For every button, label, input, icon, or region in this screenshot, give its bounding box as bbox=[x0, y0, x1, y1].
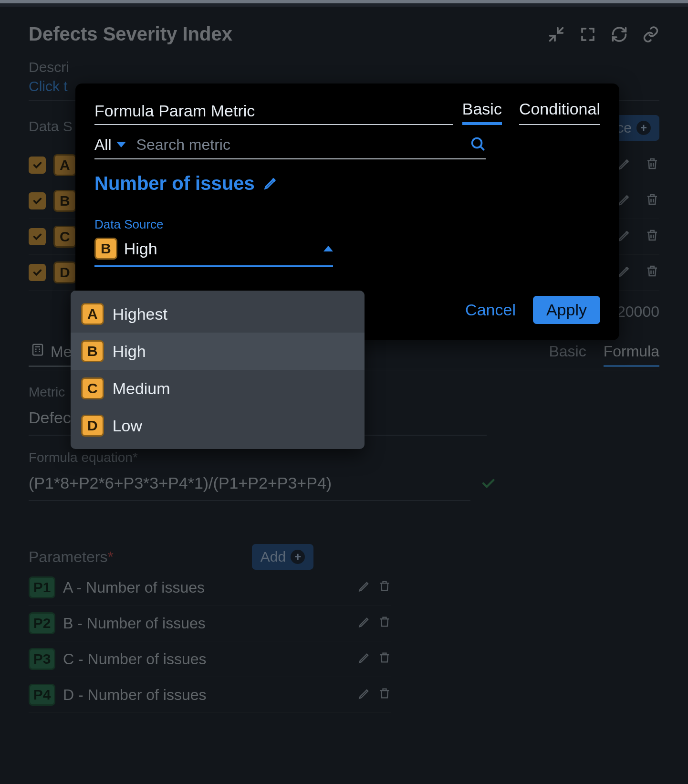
option-badge: D bbox=[81, 415, 104, 437]
tab-metrics-label: Me bbox=[51, 343, 72, 361]
trash-icon[interactable] bbox=[645, 192, 659, 210]
source-letter-badge: D bbox=[53, 261, 76, 283]
add-parameter-label: Add bbox=[261, 549, 286, 565]
title-actions bbox=[548, 26, 659, 43]
link-icon[interactable] bbox=[642, 26, 659, 43]
edit-icon[interactable] bbox=[358, 687, 371, 703]
option-label: Highest bbox=[113, 305, 167, 324]
data-source-select-label: Data Source bbox=[94, 217, 333, 232]
search-input[interactable]: Search metric bbox=[136, 136, 469, 154]
search-icon[interactable] bbox=[469, 136, 486, 154]
tab-basic[interactable]: Basic bbox=[549, 343, 586, 367]
edit-icon[interactable] bbox=[617, 192, 632, 210]
parameter-label: B - Number of issues bbox=[63, 615, 350, 632]
page-title: Defects Severity Index bbox=[29, 23, 232, 45]
parameter-label: D - Number of issues bbox=[63, 686, 350, 704]
parameter-row: P2 B - Number of issues bbox=[29, 606, 391, 641]
trash-icon[interactable] bbox=[645, 157, 659, 174]
data-source-select[interactable]: B High bbox=[94, 235, 333, 267]
parameter-badge: P2 bbox=[29, 612, 55, 634]
dropdown-option[interactable]: B High bbox=[71, 333, 365, 370]
row-actions bbox=[617, 228, 659, 246]
option-badge: B bbox=[81, 340, 104, 362]
collapse-icon[interactable] bbox=[548, 26, 565, 43]
parameters-title: Parameters* bbox=[29, 548, 114, 566]
edit-icon[interactable] bbox=[263, 175, 279, 192]
option-badge: A bbox=[81, 303, 104, 325]
calculator-icon bbox=[31, 343, 45, 361]
row-actions bbox=[617, 157, 659, 174]
cancel-button[interactable]: Cancel bbox=[465, 301, 516, 319]
row-actions bbox=[617, 264, 659, 282]
option-label: Medium bbox=[113, 379, 170, 398]
selected-metric-name: Number of issues bbox=[94, 173, 255, 194]
add-parameter-button[interactable]: Add + bbox=[252, 544, 313, 570]
parameter-label: C - Number of issues bbox=[63, 650, 350, 668]
edit-icon[interactable] bbox=[358, 651, 371, 668]
modal-tabs: Basic Conditional bbox=[462, 100, 600, 125]
plus-icon: + bbox=[291, 550, 305, 564]
option-label: High bbox=[113, 342, 146, 361]
checkbox-icon[interactable] bbox=[29, 264, 46, 281]
selected-source-name: High bbox=[124, 240, 157, 258]
app-window: Defects Severity Index bbox=[0, 0, 688, 784]
parameter-badge: P4 bbox=[29, 684, 55, 706]
trash-icon[interactable] bbox=[645, 264, 659, 282]
source-letter-badge: A bbox=[53, 154, 76, 176]
chevron-up-icon bbox=[323, 246, 333, 251]
trash-icon[interactable] bbox=[378, 687, 391, 703]
parameter-row: P4 D - Number of issues bbox=[29, 677, 391, 713]
modal-tab-basic[interactable]: Basic bbox=[462, 100, 502, 125]
metric-search-row: All Search metric bbox=[94, 134, 486, 159]
trash-icon[interactable] bbox=[645, 228, 659, 246]
modal-tab-conditional[interactable]: Conditional bbox=[519, 100, 600, 125]
check-icon bbox=[480, 475, 496, 495]
source-letter-badge: B bbox=[53, 190, 76, 212]
dropdown-option[interactable]: D Low bbox=[71, 407, 365, 444]
tab-metrics[interactable]: Me bbox=[29, 343, 73, 367]
checkbox-icon[interactable] bbox=[29, 192, 46, 209]
apply-button[interactable]: Apply bbox=[533, 296, 600, 324]
dropdown-option[interactable]: A Highest bbox=[71, 295, 365, 333]
edit-icon[interactable] bbox=[617, 157, 632, 174]
plus-icon: + bbox=[636, 121, 651, 135]
selected-source-badge: B bbox=[94, 238, 117, 260]
modal-title: Formula Param Metric bbox=[94, 102, 453, 120]
fullscreen-icon[interactable] bbox=[579, 26, 596, 43]
data-sources-label: Data S bbox=[29, 118, 73, 135]
chevron-down-icon bbox=[116, 142, 126, 147]
selected-metric-row: Number of issues bbox=[94, 173, 600, 194]
parameter-badge: P1 bbox=[29, 576, 55, 598]
data-source-dropdown: A Highest B High C Medium D Low bbox=[71, 291, 365, 449]
edit-icon[interactable] bbox=[358, 579, 371, 596]
formula-group: Formula equation* (P1*8+P2*6+P3*3+P4*1)/… bbox=[29, 450, 659, 501]
edit-icon[interactable] bbox=[617, 264, 632, 282]
refresh-icon[interactable] bbox=[611, 26, 628, 43]
trash-icon[interactable] bbox=[378, 651, 391, 668]
edit-icon[interactable] bbox=[358, 615, 371, 632]
search-filter-all[interactable]: All bbox=[94, 136, 126, 154]
description-label: Descri bbox=[29, 59, 659, 75]
formula-input[interactable]: (P1*8+P2*6+P3*3+P4*1)/(P1+P2+P3+P4) bbox=[29, 469, 470, 501]
parameters-header: Parameters* Add + bbox=[29, 544, 659, 570]
trash-icon[interactable] bbox=[378, 615, 391, 632]
option-badge: C bbox=[81, 377, 104, 399]
formula-label: Formula equation* bbox=[29, 450, 659, 465]
modal-header: Formula Param Metric Basic Conditional bbox=[94, 100, 600, 125]
edit-icon[interactable] bbox=[617, 228, 632, 246]
tab-formula[interactable]: Formula bbox=[604, 343, 659, 367]
row-actions bbox=[617, 192, 659, 210]
checkbox-icon[interactable] bbox=[29, 228, 46, 245]
source-letter-badge: C bbox=[53, 226, 76, 248]
option-label: Low bbox=[113, 417, 142, 435]
trash-icon[interactable] bbox=[378, 579, 391, 596]
parameters-list: P1 A - Number of issues P2 B - Number of… bbox=[29, 570, 659, 713]
svg-rect-0 bbox=[33, 345, 42, 355]
checkbox-icon[interactable] bbox=[29, 157, 46, 174]
parameter-row: P1 A - Number of issues bbox=[29, 570, 391, 606]
search-all-label: All bbox=[94, 136, 112, 154]
right-tabs: Basic Formula bbox=[549, 343, 659, 367]
required-star: * bbox=[107, 548, 113, 565]
dropdown-option[interactable]: C Medium bbox=[71, 370, 365, 407]
parameter-badge: P3 bbox=[29, 648, 55, 670]
